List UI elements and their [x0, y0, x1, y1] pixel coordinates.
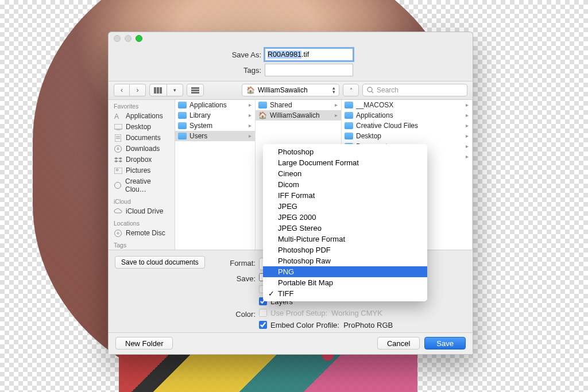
format-option[interactable]: Photoshop — [263, 146, 427, 157]
chevron-down-icon: ▾ — [173, 87, 176, 93]
list-item-label: System — [189, 122, 212, 130]
view-columns-button[interactable] — [149, 84, 167, 96]
list-item[interactable]: Creative Cloud Files▸ — [342, 121, 472, 131]
chevron-right-icon: ▸ — [466, 102, 469, 108]
columns-icon — [154, 87, 163, 94]
list-item[interactable]: Applications▸ — [175, 100, 255, 110]
folder-icon — [178, 122, 187, 129]
format-option[interactable]: Photoshop PDF — [263, 244, 427, 255]
list-item-label: Shared — [270, 101, 292, 109]
format-option[interactable]: Multi-Picture Format — [263, 234, 427, 244]
folder-icon — [345, 102, 353, 108]
list-item[interactable]: Shared▸ — [256, 100, 341, 110]
format-option[interactable]: Cineon — [263, 168, 427, 179]
svg-text:A: A — [114, 112, 119, 120]
cc-icon — [114, 182, 122, 189]
embed-checkbox[interactable]: Embed Color Profile: ProPhoto RGB — [259, 321, 460, 329]
sidebar-item[interactable]: AApplications — [109, 111, 175, 122]
format-option[interactable]: Photoshop Raw — [263, 255, 427, 266]
search-field[interactable]: Search — [362, 84, 467, 96]
list-item-label: Applications — [189, 101, 227, 109]
list-item-label: Desktop — [356, 132, 381, 140]
save-button[interactable]: Save — [424, 337, 466, 350]
path-popup[interactable]: 🏠 WilliamSawalich ▴▾ — [242, 84, 339, 96]
color-label: Color: — [109, 309, 259, 319]
folder-icon — [345, 133, 353, 139]
svg-rect-1 — [157, 87, 159, 94]
chevron-right-icon: ▸ — [466, 133, 469, 139]
format-option[interactable]: JPEG — [263, 201, 427, 212]
format-option[interactable]: Large Document Format — [263, 157, 427, 168]
sidebar-item-label: Creative Clou… — [125, 177, 169, 193]
list-item[interactable]: Users▸ — [175, 131, 255, 141]
window-zoom-button[interactable] — [136, 35, 142, 42]
format-option[interactable]: IFF Format — [263, 190, 427, 201]
format-option-label: JPEG 2000 — [278, 213, 316, 222]
svg-point-18 — [115, 230, 122, 236]
list-item-label: Library — [189, 111, 211, 119]
sidebar-item-label: Pictures — [126, 166, 150, 174]
cancel-button[interactable]: Cancel — [377, 337, 420, 350]
desktop-icon — [114, 123, 122, 131]
svg-rect-15 — [114, 168, 122, 174]
collapse-button[interactable]: ˄ — [343, 84, 359, 96]
back-button[interactable]: ‹ — [114, 84, 130, 96]
save-as-input[interactable] — [265, 48, 353, 61]
new-folder-button[interactable]: New Folder — [115, 337, 173, 350]
folder-icon — [345, 112, 353, 119]
pictures-icon — [114, 167, 122, 174]
list-item-label: Applications — [356, 111, 393, 119]
folder-icon — [178, 112, 187, 119]
format-option-label: Photoshop PDF — [278, 246, 331, 254]
group-icon — [191, 87, 199, 94]
search-placeholder: Search — [377, 86, 399, 94]
list-item[interactable]: 🏠WilliamSawalich▸ — [256, 110, 341, 121]
view-dropdown-button[interactable]: ▾ — [167, 84, 183, 96]
format-option-label: Portable Bit Map — [278, 278, 333, 287]
sidebar-item-label: Applications — [126, 112, 163, 120]
chevron-right-icon: ▸ — [249, 102, 252, 108]
format-option[interactable]: PNG — [263, 266, 427, 277]
tags-input[interactable] — [265, 64, 353, 76]
window-close-button[interactable] — [114, 35, 121, 42]
sidebar-item[interactable]: Documents — [109, 133, 175, 143]
sidebar-item[interactable]: Remote Disc — [109, 228, 175, 239]
sidebar-item[interactable]: Desktop — [109, 122, 175, 133]
home-icon: 🏠 — [246, 86, 255, 94]
list-item[interactable]: Applications▸ — [342, 110, 472, 121]
tags-label: Tags: — [109, 66, 265, 75]
svg-rect-0 — [154, 87, 156, 94]
sidebar-heading: Tags — [109, 239, 175, 250]
format-option[interactable]: Dicom — [263, 179, 427, 190]
embed-label: Embed Color Profile: ProPhoto RGB — [270, 321, 393, 329]
sidebar-item-label: Documents — [126, 134, 161, 142]
sidebar-item[interactable]: Pictures — [109, 165, 175, 176]
sidebar-item[interactable]: Creative Clou… — [109, 176, 175, 195]
check-icon: ✓ — [268, 289, 274, 298]
format-option[interactable]: JPEG Stereo — [263, 223, 427, 234]
chevron-right-icon: ▸ — [466, 153, 469, 160]
list-item[interactable]: Desktop▸ — [342, 131, 472, 141]
format-option-label: TIFF — [278, 289, 293, 298]
documents-icon — [114, 134, 122, 142]
chevron-right-icon: ▸ — [249, 122, 252, 129]
sidebar-item[interactable]: iCloud Drive — [109, 206, 175, 217]
sidebar-item[interactable]: Dropbox — [109, 154, 175, 165]
svg-rect-2 — [160, 87, 162, 94]
tags-row: Tags: — [109, 64, 473, 76]
view-mode-group: ▾ — [149, 84, 183, 96]
list-item[interactable]: __MACOSX▸ — [342, 100, 472, 110]
forward-button[interactable]: › — [130, 84, 146, 96]
window-minimize-button[interactable] — [125, 35, 131, 42]
group-button[interactable] — [187, 84, 204, 96]
format-option[interactable]: Portable Bit Map — [263, 277, 427, 288]
chevron-right-icon: ▸ — [249, 112, 252, 118]
format-option[interactable]: ✓TIFF — [263, 288, 427, 299]
sidebar-item[interactable]: Downloads — [109, 143, 175, 154]
list-item[interactable]: Library▸ — [175, 110, 255, 121]
format-dropdown[interactable]: PhotoshopLarge Document FormatCineonDico… — [263, 144, 427, 301]
column-1[interactable]: Applications▸Library▸System▸Users▸ — [175, 100, 256, 250]
list-item[interactable]: System▸ — [175, 121, 255, 131]
chevron-right-icon: ▸ — [466, 143, 469, 149]
format-option[interactable]: JPEG 2000 — [263, 212, 427, 223]
